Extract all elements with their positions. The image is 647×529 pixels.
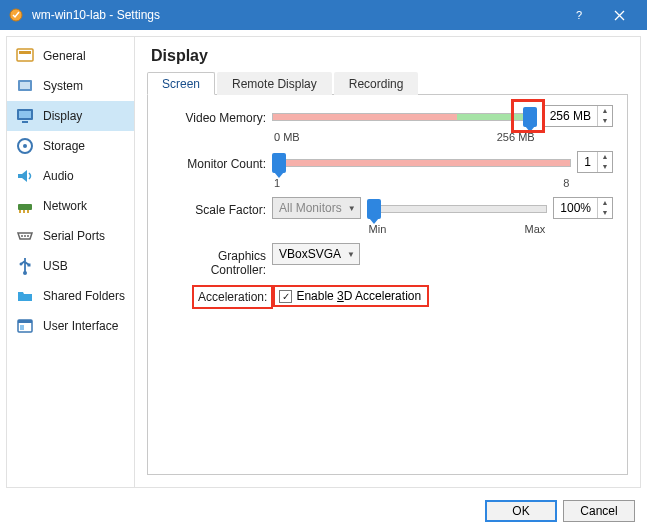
chevron-down-icon[interactable]: ▼ bbox=[598, 208, 612, 218]
sidebar-item-general[interactable]: General bbox=[7, 41, 134, 71]
sidebar-item-audio[interactable]: Audio bbox=[7, 161, 134, 191]
svg-rect-12 bbox=[19, 210, 21, 213]
svg-rect-5 bbox=[20, 82, 30, 89]
svg-rect-3 bbox=[19, 51, 31, 54]
svg-rect-7 bbox=[19, 111, 31, 118]
slider-thumb[interactable] bbox=[272, 153, 286, 173]
chevron-up-icon[interactable]: ▲ bbox=[598, 152, 612, 162]
sidebar-item-label: Audio bbox=[43, 169, 74, 183]
tick-min: 1 bbox=[274, 177, 280, 189]
sidebar-item-storage[interactable]: Storage bbox=[7, 131, 134, 161]
svg-point-15 bbox=[21, 235, 23, 237]
display-tabs: Screen Remote Display Recording bbox=[147, 71, 628, 95]
close-button[interactable] bbox=[599, 0, 639, 30]
settings-sidebar: General System Display Storage Audio Net… bbox=[7, 37, 135, 487]
video-memory-ticks: 0 MB 256 MB bbox=[272, 131, 537, 143]
svg-point-16 bbox=[24, 235, 26, 237]
screen-tab-panel: Video Memory: 0 MB 256 MB bbox=[147, 95, 628, 475]
row-video-memory: Video Memory: 0 MB 256 MB bbox=[162, 105, 613, 143]
checkbox-box[interactable]: ✓ bbox=[279, 290, 292, 303]
monitor-count-spinbox[interactable]: 1 ▲▼ bbox=[577, 151, 613, 173]
dialog-body: General System Display Storage Audio Net… bbox=[6, 36, 641, 488]
row-scale-factor: Scale Factor: All Monitors ▼ Min Max bbox=[162, 197, 613, 235]
slider-thumb[interactable] bbox=[367, 199, 381, 219]
chevron-down-icon[interactable]: ▼ bbox=[598, 162, 612, 172]
row-graphics-controller: Graphics Controller: VBoxSVGA ▼ bbox=[162, 243, 613, 277]
svg-rect-2 bbox=[17, 49, 33, 61]
svg-point-19 bbox=[20, 263, 23, 266]
svg-point-17 bbox=[27, 235, 29, 237]
acceleration-label: Acceleration: bbox=[192, 285, 273, 309]
slider-thumb[interactable] bbox=[523, 107, 537, 127]
enable-3d-acceleration-checkbox[interactable]: ✓ Enable 3D Acceleration bbox=[273, 285, 429, 307]
monitor-count-slider[interactable] bbox=[272, 151, 571, 173]
sidebar-item-display[interactable]: Display bbox=[7, 101, 134, 131]
chevron-down-icon: ▼ bbox=[347, 250, 355, 259]
sidebar-item-usb[interactable]: USB bbox=[7, 251, 134, 281]
sidebar-item-label: Display bbox=[43, 109, 82, 123]
ok-button[interactable]: OK bbox=[485, 500, 557, 522]
slider-track bbox=[272, 113, 537, 121]
cancel-button[interactable]: Cancel bbox=[563, 500, 635, 522]
checkbox-label: Enable 3D Acceleration bbox=[296, 289, 421, 303]
scale-factor-monitors-combo[interactable]: All Monitors ▼ bbox=[272, 197, 361, 219]
chevron-up-icon[interactable]: ▲ bbox=[598, 198, 612, 208]
row-monitor-count: Monitor Count: 1 8 1 ▲▼ bbox=[162, 151, 613, 189]
monitor-count-label: Monitor Count: bbox=[162, 151, 272, 171]
graphics-controller-label: Graphics Controller: bbox=[162, 243, 272, 277]
slider-track bbox=[272, 159, 571, 167]
settings-main: Display Screen Remote Display Recording … bbox=[135, 37, 640, 487]
sidebar-item-shared-folders[interactable]: Shared Folders bbox=[7, 281, 134, 311]
shared-folders-icon bbox=[15, 286, 35, 306]
slider-track bbox=[367, 205, 548, 213]
chevron-down-icon: ▼ bbox=[348, 204, 356, 213]
button-label: Cancel bbox=[580, 504, 617, 518]
scale-factor-ticks: Min Max bbox=[367, 223, 548, 235]
graphics-controller-combo[interactable]: VBoxSVGA ▼ bbox=[272, 243, 360, 265]
sidebar-item-user-interface[interactable]: User Interface bbox=[7, 311, 134, 341]
svg-point-18 bbox=[23, 271, 27, 275]
svg-rect-11 bbox=[18, 204, 32, 210]
svg-rect-20 bbox=[28, 264, 31, 267]
spin-arrows[interactable]: ▲▼ bbox=[597, 152, 612, 172]
scale-factor-label: Scale Factor: bbox=[162, 197, 272, 217]
storage-icon bbox=[15, 136, 35, 156]
close-icon bbox=[614, 10, 625, 21]
sidebar-item-label: User Interface bbox=[43, 319, 118, 333]
video-memory-slider[interactable] bbox=[272, 105, 537, 127]
titlebar: wm-win10-lab - Settings ? bbox=[0, 0, 647, 30]
tab-recording[interactable]: Recording bbox=[334, 72, 419, 95]
svg-rect-13 bbox=[23, 210, 25, 213]
tab-label: Recording bbox=[349, 77, 404, 91]
sidebar-item-label: System bbox=[43, 79, 83, 93]
sidebar-item-network[interactable]: Network bbox=[7, 191, 134, 221]
sidebar-item-system[interactable]: System bbox=[7, 71, 134, 101]
tab-label: Remote Display bbox=[232, 77, 317, 91]
tab-remote-display[interactable]: Remote Display bbox=[217, 72, 332, 95]
sidebar-item-serial-ports[interactable]: Serial Ports bbox=[7, 221, 134, 251]
scale-factor-slider[interactable] bbox=[367, 197, 548, 219]
page-title: Display bbox=[151, 47, 628, 65]
scale-factor-value: 100% bbox=[554, 201, 597, 215]
svg-rect-8 bbox=[22, 121, 28, 123]
usb-icon bbox=[15, 256, 35, 276]
video-memory-spinbox[interactable]: 256 MB ▲▼ bbox=[543, 105, 613, 127]
sidebar-item-label: Network bbox=[43, 199, 87, 213]
help-button[interactable]: ? bbox=[559, 0, 599, 30]
row-acceleration: Acceleration: ✓ Enable 3D Acceleration bbox=[162, 285, 613, 309]
tab-screen[interactable]: Screen bbox=[147, 72, 215, 95]
svg-rect-23 bbox=[20, 325, 24, 330]
tick-min: 0 MB bbox=[274, 131, 300, 143]
scale-factor-spinbox[interactable]: 100% ▲▼ bbox=[553, 197, 613, 219]
spin-arrows[interactable]: ▲▼ bbox=[597, 198, 612, 218]
app-icon bbox=[8, 7, 24, 23]
chevron-up-icon[interactable]: ▲ bbox=[598, 106, 612, 116]
svg-rect-14 bbox=[27, 210, 29, 213]
spin-arrows[interactable]: ▲▼ bbox=[597, 106, 612, 126]
chevron-down-icon[interactable]: ▼ bbox=[598, 116, 612, 126]
window-title: wm-win10-lab - Settings bbox=[32, 8, 559, 22]
sidebar-item-label: General bbox=[43, 49, 86, 63]
system-icon bbox=[15, 76, 35, 96]
sidebar-item-label: Serial Ports bbox=[43, 229, 105, 243]
network-icon bbox=[15, 196, 35, 216]
